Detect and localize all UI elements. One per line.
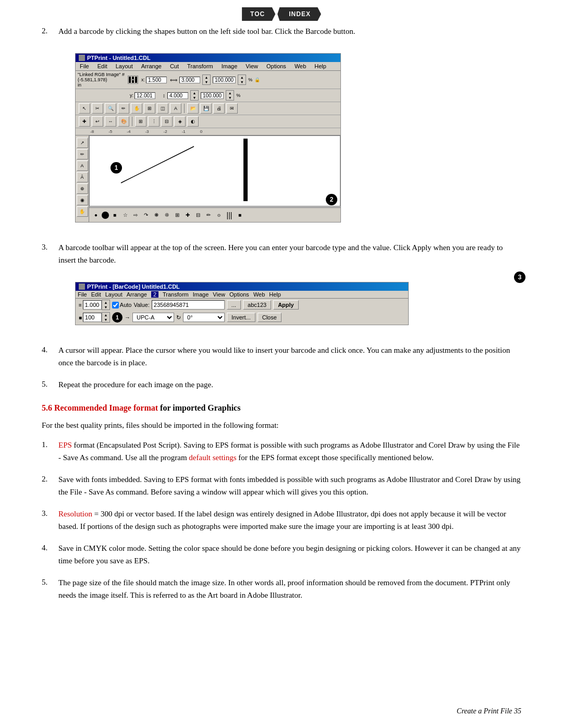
- menu-image[interactable]: Image: [219, 63, 240, 70]
- apply-button[interactable]: Apply: [273, 300, 299, 310]
- close-button[interactable]: Close: [258, 313, 282, 322]
- bc-value2-input[interactable]: [83, 313, 102, 322]
- shape-square[interactable]: ■: [110, 211, 119, 220]
- bc-spin1-up[interactable]: ▲: [102, 300, 109, 305]
- tb-align[interactable]: ⋮: [148, 116, 160, 127]
- tb-grid[interactable]: ⊞: [135, 116, 146, 127]
- bc-menu-edit[interactable]: Edit: [91, 291, 101, 298]
- bc-spin2-up[interactable]: ▲: [102, 313, 109, 317]
- bc-menu-file[interactable]: File: [78, 291, 87, 298]
- menu-web[interactable]: Web: [292, 63, 308, 70]
- step-3: 3. A barcode toolbar will appear at the …: [42, 241, 521, 266]
- pct2-spin-up[interactable]: ▲: [226, 91, 234, 95]
- tb-text[interactable]: A: [170, 103, 181, 114]
- shape-lasso[interactable]: ⌾: [214, 211, 224, 220]
- index-button[interactable]: INDEX: [277, 7, 321, 21]
- menu-layout[interactable]: Layout: [114, 63, 135, 70]
- shape-star[interactable]: ☆: [120, 211, 130, 220]
- bc-menu-arrange[interactable]: Arrange: [127, 291, 147, 298]
- abc123-button[interactable]: abc123: [243, 300, 271, 310]
- tool-textb[interactable]: Ā: [77, 172, 88, 182]
- bc-menu-web[interactable]: Web: [253, 291, 265, 298]
- angle-select[interactable]: 0°: [183, 313, 225, 322]
- tool-arrow[interactable]: ↗: [77, 138, 88, 148]
- menu-help[interactable]: Help: [312, 63, 328, 70]
- shape-table[interactable]: ⊟: [193, 211, 203, 220]
- tb-zoom[interactable]: 🔍: [105, 103, 116, 114]
- list-item-3: 3. Resolution = 300 dpi or vector based.…: [42, 508, 521, 533]
- shape-circle2[interactable]: [102, 212, 109, 219]
- xy-coords: x: 1.500: [141, 77, 167, 83]
- height-spin-down[interactable]: ▼: [191, 95, 198, 100]
- ruler-mark-0: 0: [200, 129, 202, 134]
- shape-solid[interactable]: ■: [235, 211, 244, 220]
- tool-eye[interactable]: ◉: [77, 195, 88, 205]
- bc-menu-2[interactable]: 2: [151, 291, 158, 298]
- bc-menu-transform[interactable]: Transform: [163, 291, 189, 298]
- auto-checkbox[interactable]: [112, 302, 119, 309]
- tb-save[interactable]: 💾: [200, 103, 212, 114]
- list-2-text: Save with fonts imbedded. Saving to EPS …: [58, 473, 521, 498]
- menu-cut[interactable]: Cut: [168, 63, 181, 70]
- tb-pencil[interactable]: ✏: [118, 103, 129, 114]
- pct1-spin-down[interactable]: ▼: [238, 80, 246, 84]
- menu-transform[interactable]: Transform: [185, 63, 215, 70]
- tb-email[interactable]: ✉: [226, 103, 238, 114]
- shape-special2[interactable]: ❊: [162, 211, 172, 220]
- tb-color[interactable]: 🎨: [118, 116, 129, 127]
- bc-menu-options[interactable]: Options: [229, 291, 249, 298]
- tb-print[interactable]: 🖨: [213, 103, 225, 114]
- width-spin-down[interactable]: ▼: [203, 80, 210, 84]
- dots-button[interactable]: ...: [227, 300, 241, 310]
- tb-distribute[interactable]: ⊟: [161, 116, 173, 127]
- tb-open[interactable]: 📂: [187, 103, 199, 114]
- tb-wand[interactable]: ◫: [157, 103, 168, 114]
- bc-menu-view[interactable]: View: [213, 291, 225, 298]
- tb-flip[interactable]: ↔: [105, 116, 116, 127]
- tool-hand[interactable]: ✋: [77, 206, 88, 217]
- bc-spin1-down[interactable]: ▼: [102, 305, 109, 310]
- toc-button[interactable]: TOC: [242, 7, 275, 21]
- tb-shapes[interactable]: ◈: [174, 116, 186, 127]
- tb-rotate[interactable]: ↩: [92, 116, 103, 127]
- width-spin-up[interactable]: ▲: [203, 75, 210, 80]
- menu-edit[interactable]: Edit: [95, 63, 109, 70]
- bc-spin2-down[interactable]: ▼: [102, 317, 109, 322]
- barcode-type-select[interactable]: UPC-A: [132, 313, 174, 322]
- list-3-text-body: = 300 dpi or vector based. If the label …: [58, 510, 506, 530]
- height-spin-up[interactable]: ▲: [191, 91, 198, 95]
- tb-select[interactable]: ↖: [79, 103, 90, 114]
- bc-menu-layout[interactable]: Layout: [105, 291, 123, 298]
- dot: [132, 81, 134, 83]
- shape-special1[interactable]: ❋: [152, 211, 161, 220]
- menu-file[interactable]: File: [78, 63, 91, 70]
- shape-arrow2[interactable]: ↷: [141, 211, 151, 220]
- tool-pencil2[interactable]: ✏: [77, 149, 88, 159]
- tool-zoom2[interactable]: ⊕: [77, 183, 88, 194]
- menu-arrange[interactable]: Arrange: [139, 63, 164, 70]
- invert-button[interactable]: Invert...: [227, 313, 255, 322]
- shape-pen[interactable]: ✏: [204, 211, 213, 220]
- tb-pan[interactable]: ✋: [131, 103, 142, 114]
- bc-value1-input[interactable]: [83, 300, 102, 310]
- shape-circle1[interactable]: ●: [91, 211, 101, 220]
- menu-options[interactable]: Options: [264, 63, 288, 70]
- tb-move[interactable]: ✚: [79, 116, 90, 127]
- tb-lasso[interactable]: ✂: [92, 103, 103, 114]
- barcode-value-input[interactable]: [152, 300, 225, 310]
- shape-bars[interactable]: |||: [225, 211, 234, 220]
- shape-grid[interactable]: ⊞: [173, 211, 182, 220]
- toolbox-left: ↗ ✏ A Ā ⊕ ◉ ✋: [76, 135, 89, 222]
- list-2-number: 2.: [42, 473, 52, 498]
- pct1-spin-up[interactable]: ▲: [238, 75, 246, 80]
- shape-arrow1[interactable]: ⇨: [131, 211, 140, 220]
- tb-crop[interactable]: ⊞: [144, 103, 155, 114]
- bc-menu-image[interactable]: Image: [193, 291, 209, 298]
- menu-view[interactable]: View: [243, 63, 260, 70]
- tb-extra[interactable]: ◐: [187, 116, 199, 127]
- height-value: 4.000: [167, 92, 188, 99]
- pct2-spin-down[interactable]: ▼: [226, 95, 234, 100]
- bc-menu-help[interactable]: Help: [269, 291, 281, 298]
- shape-cross[interactable]: ✚: [183, 211, 192, 220]
- tool-text2[interactable]: A: [77, 161, 88, 171]
